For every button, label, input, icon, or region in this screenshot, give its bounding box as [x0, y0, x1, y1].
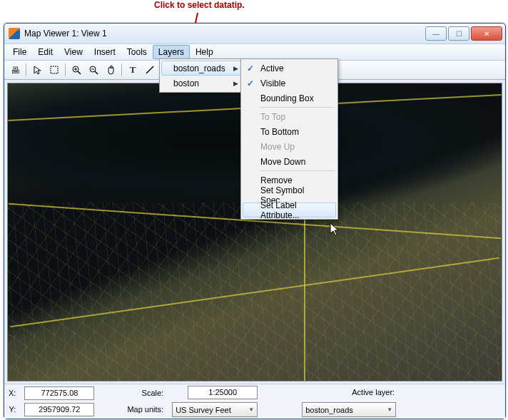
activelayer-select[interactable]: boston_roads▼ — [302, 402, 396, 417]
toolbar-sep — [121, 63, 122, 76]
svg-line-2 — [78, 71, 81, 74]
chevron-down-icon: ▼ — [387, 406, 392, 413]
layers-submenu: boston_roads▶ boston▶ — [159, 58, 244, 93]
menu-item-to-top: To Top — [243, 109, 336, 124]
y-label: Y: — [9, 403, 18, 416]
menu-item-to-bottom[interactable]: To Bottom — [243, 124, 336, 139]
menu-tools[interactable]: Tools — [121, 45, 153, 59]
layer-item-label: boston — [173, 78, 199, 88]
scale-label: Scale: — [142, 386, 166, 400]
y-value: 2957909.72 — [24, 403, 94, 416]
activelayer-value: boston_roads — [305, 406, 353, 414]
menu-item-label: Move Down — [260, 157, 305, 167]
menu-item-bounding-box[interactable]: Bounding Box — [243, 91, 336, 106]
zoom-out-icon[interactable] — [86, 62, 101, 78]
toolbar-sep — [26, 63, 26, 76]
menu-separator — [260, 107, 335, 108]
annotation-text: Click to select datatip. — [154, 0, 245, 10]
minimize-button[interactable]: — — [425, 26, 447, 41]
menu-item-label: To Bottom — [260, 127, 299, 137]
pointer-icon[interactable] — [29, 62, 45, 78]
menu-insert[interactable]: Insert — [88, 45, 121, 59]
menu-file[interactable]: File — [7, 45, 32, 59]
menu-item-move-down[interactable]: Move Down — [243, 154, 336, 169]
status-bar: X: Y: 772575.08 2957909.72 Scale: Map un… — [4, 384, 505, 419]
menu-item-label: To Top — [260, 112, 285, 122]
svg-line-6 — [95, 71, 98, 74]
menu-item-label: Visible — [260, 78, 285, 88]
maximize-button[interactable]: ☐ — [448, 26, 469, 41]
chevron-down-icon: ▼ — [248, 406, 254, 413]
menu-view[interactable]: View — [59, 45, 88, 59]
scale-value[interactable]: 1:25000 — [188, 386, 258, 399]
toolbar-sep — [65, 63, 66, 76]
x-value: 772575.08 — [24, 386, 94, 400]
app-icon — [9, 28, 20, 39]
activelayer-label: Active layer: — [352, 386, 396, 399]
menu-help[interactable]: Help — [190, 45, 219, 59]
window-title: Map Viewer 1: View 1 — [24, 29, 425, 39]
zoom-in-icon[interactable] — [68, 62, 84, 78]
menu-item-label: Remove — [260, 175, 293, 185]
menu-layers[interactable]: Layers — [153, 45, 190, 59]
select-rect-icon[interactable] — [46, 62, 62, 78]
svg-line-8 — [146, 66, 153, 73]
print-icon[interactable]: 🖶 — [7, 62, 23, 78]
mapunits-value: US Survey Feet — [176, 406, 231, 414]
menu-item-label: Move Up — [260, 142, 295, 152]
submenu-arrow-icon: ▶ — [233, 80, 238, 87]
menu-separator — [260, 170, 335, 171]
close-button[interactable]: ✕ — [471, 26, 502, 41]
menu-item-move-up: Move Up — [243, 139, 336, 154]
menu-edit[interactable]: Edit — [32, 45, 59, 59]
layer-item-boston-roads[interactable]: boston_roads▶ — [161, 61, 242, 76]
menu-item-label: Active — [260, 63, 284, 73]
check-icon: ✓ — [245, 78, 256, 88]
pan-icon[interactable] — [103, 62, 118, 78]
menu-item-set-label-attribute[interactable]: Set Label Attribute... — [243, 203, 336, 217]
mapunits-label: Map units: — [127, 403, 165, 416]
menu-item-visible[interactable]: ✓Visible — [243, 76, 336, 91]
menu-item-label: Set Label Attribute... — [260, 200, 331, 220]
svg-rect-0 — [51, 66, 58, 73]
menu-item-active[interactable]: ✓Active — [243, 61, 336, 76]
check-icon: ✓ — [245, 63, 256, 73]
layer-context-menu: ✓Active✓VisibleBounding BoxTo TopTo Bott… — [240, 58, 338, 220]
x-label: X: — [9, 386, 17, 400]
text-icon[interactable]: T — [125, 62, 141, 78]
submenu-arrow-icon: ▶ — [233, 65, 238, 72]
insert-line-icon[interactable] — [142, 62, 158, 78]
layer-item-label: boston_roads — [173, 63, 225, 73]
titlebar[interactable]: Map Viewer 1: View 1 — ☐ ✕ — [4, 24, 505, 44]
layer-item-boston[interactable]: boston▶ — [161, 76, 242, 91]
menu-item-label: Bounding Box — [260, 93, 314, 103]
mapunits-select[interactable]: US Survey Feet▼ — [172, 402, 258, 417]
